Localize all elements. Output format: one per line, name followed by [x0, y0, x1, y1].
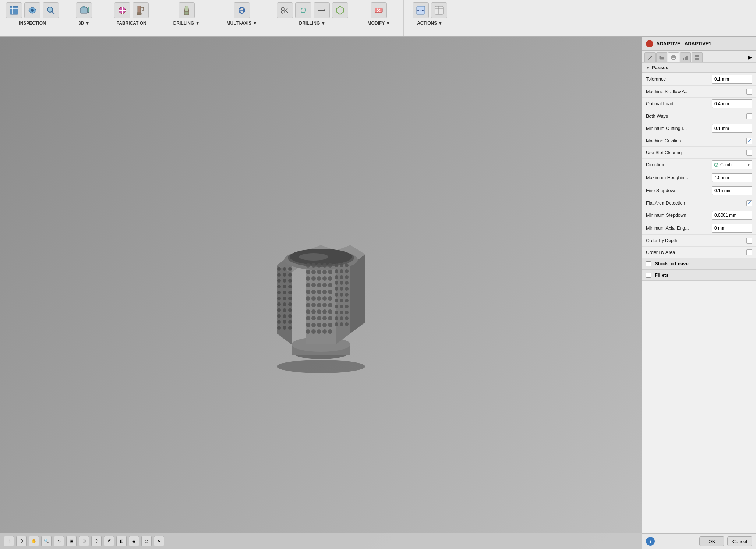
- tab-folder[interactable]: [656, 52, 667, 62]
- svg-rect-15: [184, 12, 189, 15]
- rotate-btn[interactable]: ↺: [104, 536, 114, 546]
- svg-point-76: [317, 296, 321, 301]
- svg-marker-24: [324, 9, 325, 12]
- tolerance-input[interactable]: [712, 75, 752, 84]
- both-ways-checkbox[interactable]: [746, 113, 752, 119]
- zoom-out-btn[interactable]: ⊖: [54, 536, 64, 546]
- tab-chart[interactable]: [680, 52, 691, 62]
- fine-stepdown-input[interactable]: [712, 186, 752, 195]
- minimum-axial-label: Minimum Axial Eng...: [646, 226, 712, 231]
- multiaxis-label[interactable]: MULTI-AXIS ▼: [219, 18, 265, 26]
- svg-point-71: [317, 290, 321, 294]
- svg-rect-0: [10, 6, 18, 14]
- direction-icon: [714, 162, 719, 167]
- stock-to-leave-header[interactable]: Stock to Leave: [642, 258, 756, 269]
- svg-point-136: [288, 326, 292, 330]
- inspect-icon-3[interactable]: [43, 2, 59, 18]
- g1g2-icon[interactable]: G1G2: [413, 2, 429, 18]
- fillets-checkbox[interactable]: [646, 273, 651, 278]
- optimal-load-input[interactable]: [712, 99, 752, 108]
- svg-point-91: [317, 316, 321, 320]
- svg-point-61: [317, 276, 321, 281]
- cancel-button[interactable]: Cancel: [727, 536, 752, 546]
- svg-point-148: [345, 281, 349, 285]
- info-button[interactable]: i: [646, 537, 655, 546]
- svg-rect-176: [685, 57, 686, 60]
- svg-point-147: [340, 281, 343, 285]
- order-by-depth-row: Order by Depth: [642, 235, 756, 247]
- table-icon[interactable]: [431, 2, 447, 18]
- flat-area-detection-checkbox[interactable]: [746, 200, 752, 206]
- svg-point-152: [335, 293, 338, 297]
- svg-point-162: [340, 311, 343, 314]
- svg-point-129: [283, 314, 286, 318]
- panel-title: ADAPTIVE : ADAPTIVE1: [656, 41, 711, 46]
- mesh-btn[interactable]: ⬡: [91, 536, 102, 546]
- 3d-label[interactable]: 3D ▼: [71, 18, 97, 26]
- diamond-icon[interactable]: [332, 2, 348, 18]
- fillets-header[interactable]: Fillets: [642, 270, 756, 281]
- svg-point-116: [277, 291, 281, 294]
- use-slot-clearing-checkbox[interactable]: [746, 150, 752, 156]
- toolbar-group-inspection: INSPECTION: [0, 0, 65, 36]
- tab-passes[interactable]: [668, 52, 679, 62]
- zoom-in-btn[interactable]: 🔍: [41, 536, 52, 546]
- passes-section-header[interactable]: ▼ Passes: [642, 62, 756, 73]
- svg-point-142: [345, 269, 349, 273]
- svg-marker-25: [318, 9, 319, 12]
- svg-point-155: [335, 299, 338, 302]
- display-btn1[interactable]: ▣: [66, 536, 77, 546]
- multiaxis-icon[interactable]: [234, 2, 250, 18]
- svg-marker-7: [80, 6, 88, 8]
- pan-btn[interactable]: ✋: [29, 536, 39, 546]
- minimum-axial-input[interactable]: [712, 224, 752, 233]
- ok-button[interactable]: OK: [699, 536, 724, 546]
- maximum-roughing-input[interactable]: [712, 173, 752, 182]
- hide-btn[interactable]: ◌: [141, 536, 152, 546]
- machine-shallow-checkbox[interactable]: [746, 89, 752, 95]
- drilling-label[interactable]: DRILLING ▼: [166, 18, 207, 26]
- minimum-stepdown-row: Minimum Stepdown: [642, 209, 756, 222]
- tabs-arrow[interactable]: ▶: [746, 52, 754, 62]
- tab-grid[interactable]: [692, 52, 703, 62]
- actions-label[interactable]: ACTIONS ▼: [410, 18, 450, 26]
- viewport[interactable]: // Drawn inline via SVG circles: [0, 37, 642, 549]
- scissors-icon[interactable]: [277, 2, 293, 18]
- svg-point-115: [288, 285, 292, 288]
- fab-icon-1[interactable]: [114, 2, 130, 18]
- svg-point-119: [277, 297, 281, 300]
- svg-point-68: [328, 283, 332, 287]
- stock-to-leave-checkbox[interactable]: [646, 261, 651, 266]
- display-btn2[interactable]: ⊞: [79, 536, 89, 546]
- svg-point-117: [283, 291, 286, 294]
- chain-icon[interactable]: [295, 2, 311, 18]
- svg-marker-44: [350, 254, 365, 333]
- svg-point-98: [328, 323, 332, 327]
- order-by-area-checkbox[interactable]: [746, 249, 752, 255]
- order-by-depth-checkbox[interactable]: [746, 238, 752, 244]
- svg-point-79: [306, 303, 310, 307]
- machine-cavities-checkbox[interactable]: [746, 138, 752, 144]
- arrow-btn[interactable]: ➤: [154, 536, 164, 546]
- drilling-icon[interactable]: [179, 2, 195, 18]
- arrows-icon[interactable]: [314, 2, 330, 18]
- direction-select[interactable]: Climb ▼: [712, 160, 752, 169]
- inspect-icon-1[interactable]: [6, 2, 22, 18]
- minimum-cutting-input[interactable]: [712, 124, 752, 133]
- svg-point-53: [328, 263, 332, 268]
- svg-point-66: [317, 283, 321, 287]
- tab-wrench[interactable]: [644, 52, 656, 62]
- svg-point-107: [277, 273, 281, 277]
- fab-icon-2[interactable]: [133, 2, 149, 18]
- camera-btn[interactable]: ◉: [129, 536, 139, 546]
- section-btn[interactable]: ◧: [116, 536, 127, 546]
- inspect-icon-2[interactable]: [24, 2, 40, 18]
- panel-content[interactable]: ▼ Passes Tolerance Machine Shallow A... …: [642, 62, 756, 533]
- modify-label[interactable]: MODIFY ▼: [360, 18, 398, 26]
- 3d-icon[interactable]: [76, 2, 92, 18]
- svg-point-4: [47, 7, 53, 12]
- copy-btn[interactable]: ⬡: [16, 536, 27, 546]
- transform-btn[interactable]: ⊹: [4, 536, 14, 546]
- modify-x-icon[interactable]: [371, 2, 387, 18]
- minimum-stepdown-input[interactable]: [712, 211, 752, 220]
